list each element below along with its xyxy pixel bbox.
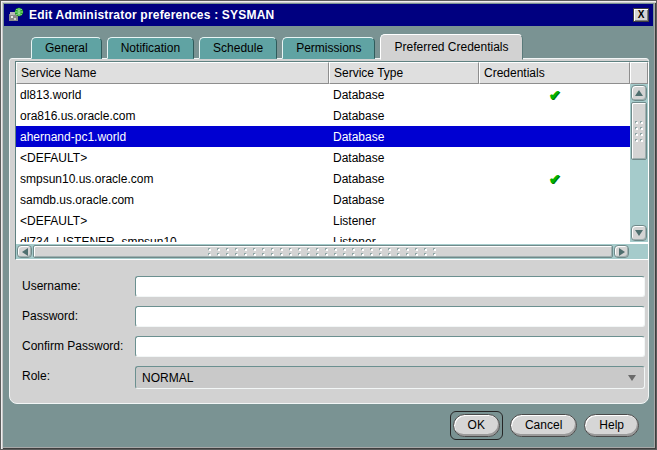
vertical-scroll-thumb[interactable] [631, 102, 647, 160]
cell-service-type: Database [329, 109, 479, 123]
role-value: NORMAL [142, 371, 193, 385]
cell-service-type: Database [329, 88, 479, 102]
services-table: Service Name Service Type Credentials dl… [15, 61, 649, 260]
tab-label: Permissions [296, 41, 361, 55]
tab-label: Schedule [213, 41, 263, 55]
scroll-down-icon[interactable] [631, 225, 647, 241]
title-bar: Edit Administrator preferences : SYSMAN … [4, 4, 653, 26]
cell-service-name: ora816.us.oracle.com [16, 109, 329, 123]
table-row[interactable]: dl813.world Database ✔ [16, 84, 630, 105]
table-row[interactable]: ahernand-pc1.world Database [16, 126, 630, 147]
column-header-spacer [630, 62, 648, 84]
tab-schedule[interactable]: Schedule [199, 37, 277, 59]
tab-permissions[interactable]: Permissions [282, 37, 375, 59]
column-header-service-name: Service Name [16, 62, 329, 84]
role-row: Role: NORMAL [10, 366, 648, 388]
username-label: Username: [22, 279, 81, 293]
horizontal-scrollbar[interactable] [16, 244, 630, 259]
cell-credentials: ✔ [479, 87, 630, 103]
scrollbar-corner [630, 244, 648, 259]
tab-notification[interactable]: Notification [107, 37, 194, 59]
table-row[interactable]: ora816.us.oracle.com Database [16, 105, 630, 126]
cell-service-type: Database [329, 193, 479, 207]
cell-service-type: Listener [329, 214, 479, 228]
credentials-check-icon: ✔ [549, 171, 561, 187]
vertical-scrollbar[interactable] [630, 84, 648, 242]
cell-service-name: samdb.us.oracle.com [16, 193, 329, 207]
app-icon [8, 7, 25, 23]
password-label: Password: [22, 309, 78, 323]
horizontal-scroll-thumb[interactable] [33, 245, 613, 258]
table-body: dl813.world Database ✔ ora816.us.oracle.… [16, 84, 630, 242]
column-header-credentials: Credentials [479, 62, 630, 84]
cell-service-name: <DEFAULT> [16, 214, 329, 228]
default-button-ring: OK [450, 411, 503, 440]
tab-general[interactable]: General [31, 37, 102, 59]
tab-content-panel: Service Name Service Type Credentials dl… [9, 58, 649, 404]
close-icon[interactable]: X [633, 8, 649, 22]
help-button[interactable]: Help [584, 414, 639, 437]
cell-service-type: Database [329, 130, 479, 144]
confirm-password-label: Confirm Password: [22, 339, 123, 353]
cancel-button[interactable]: Cancel [510, 414, 577, 437]
dropdown-arrow-icon [628, 375, 636, 381]
cell-service-name: <DEFAULT> [16, 151, 329, 165]
table-header: Service Name Service Type Credentials [16, 62, 648, 84]
scroll-right-icon[interactable] [614, 245, 629, 258]
password-row: Password: [10, 306, 648, 328]
cell-service-name: dl734_LISTENER_smpsun10 [16, 235, 329, 243]
cell-service-type: Database [329, 151, 479, 165]
table-row[interactable]: <DEFAULT> Listener [16, 210, 630, 231]
window-title: Edit Administrator preferences : SYSMAN [29, 8, 274, 22]
cell-service-type: Listener [329, 235, 479, 243]
scroll-left-icon[interactable] [17, 245, 32, 258]
tab-strip: General Notification Schedule Permission… [4, 26, 653, 59]
cell-service-name: ahernand-pc1.world [16, 130, 329, 144]
username-row: Username: [10, 276, 648, 298]
confirm-password-input[interactable] [135, 336, 645, 357]
cell-credentials: ✔ [479, 171, 630, 187]
cell-service-type: Database [329, 172, 479, 186]
credentials-check-icon: ✔ [549, 87, 561, 103]
tab-label: General [45, 41, 88, 55]
confirm-password-row: Confirm Password: [10, 336, 648, 358]
scroll-up-icon[interactable] [631, 85, 647, 101]
button-bar: OK Cancel Help [450, 411, 639, 440]
username-input[interactable] [135, 276, 645, 297]
cell-service-name: smpsun10.us.oracle.com [16, 172, 329, 186]
role-label: Role: [22, 369, 50, 383]
tab-label: Notification [121, 41, 180, 55]
table-row[interactable]: smpsun10.us.oracle.com Database ✔ [16, 168, 630, 189]
dialog-window: Edit Administrator preferences : SYSMAN … [0, 0, 657, 450]
table-row[interactable]: samdb.us.oracle.com Database [16, 189, 630, 210]
table-row[interactable]: dl734_LISTENER_smpsun10 Listener [16, 231, 630, 242]
table-row[interactable]: <DEFAULT> Database [16, 147, 630, 168]
tab-label: Preferred Credentials [394, 40, 508, 54]
role-dropdown[interactable]: NORMAL [135, 366, 645, 389]
ok-button[interactable]: OK [453, 414, 500, 437]
column-header-service-type: Service Type [329, 62, 479, 84]
password-input[interactable] [135, 306, 645, 327]
tab-preferred-credentials[interactable]: Preferred Credentials [380, 34, 522, 60]
cell-service-name: dl813.world [16, 88, 329, 102]
